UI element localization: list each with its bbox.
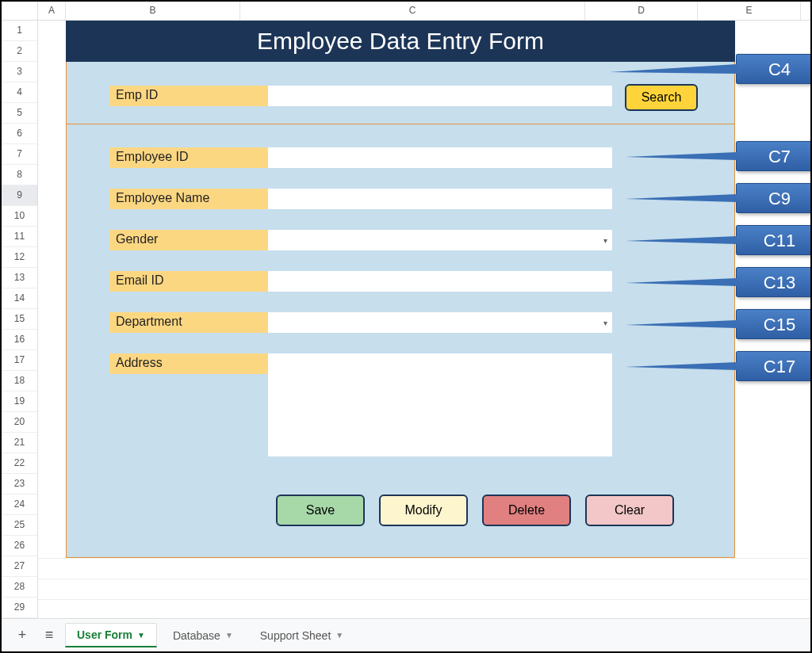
col-header-e[interactable]: E xyxy=(698,2,801,20)
chevron-down-icon[interactable]: ▾ xyxy=(598,312,612,333)
row-header[interactable]: 25 xyxy=(2,515,37,536)
row-header[interactable]: 2 xyxy=(2,41,37,62)
add-sheet-button[interactable]: + xyxy=(11,624,33,647)
row-header[interactable]: 29 xyxy=(2,598,37,618)
sheet-tab-user-form[interactable]: User Form ▼ xyxy=(65,623,157,647)
search-button[interactable]: Search xyxy=(625,84,698,111)
label-emp-id-search: Emp ID xyxy=(109,86,268,106)
row-header[interactable]: 10 xyxy=(2,206,37,227)
select-gender[interactable] xyxy=(268,230,612,250)
callout-c11: C11 xyxy=(736,225,812,255)
row-header[interactable]: 22 xyxy=(2,453,37,474)
callout-c7: C7 xyxy=(736,141,812,171)
row-header[interactable]: 18 xyxy=(2,371,37,391)
sheet-tab-label: User Form xyxy=(77,628,132,641)
row-header[interactable]: 4 xyxy=(2,82,37,103)
row-header[interactable]: 6 xyxy=(2,124,37,144)
callout-c15: C15 xyxy=(736,309,812,339)
save-button[interactable]: Save xyxy=(276,495,365,526)
all-sheets-button[interactable]: ≡ xyxy=(38,624,60,647)
row-header[interactable]: 13 xyxy=(2,268,37,288)
row-header[interactable]: 17 xyxy=(2,350,37,371)
sheet-tab-label: Database xyxy=(173,629,220,642)
row-header[interactable]: 3 xyxy=(2,62,37,82)
label-employee-name: Employee Name xyxy=(109,189,268,209)
chevron-down-icon[interactable]: ▼ xyxy=(335,631,343,640)
chevron-down-icon[interactable]: ▼ xyxy=(225,631,233,640)
row-headers: 1 2 3 4 5 6 7 8 9 10 11 12 13 14 15 16 1… xyxy=(2,21,38,618)
sheet-tab-database[interactable]: Database ▼ xyxy=(162,624,244,647)
input-employee-id[interactable] xyxy=(268,147,612,168)
row-header[interactable]: 28 xyxy=(2,577,37,598)
label-gender: Gender xyxy=(109,230,268,250)
input-employee-name[interactable] xyxy=(268,189,612,209)
callout-c17: C17 xyxy=(736,351,812,381)
delete-button[interactable]: Delete xyxy=(482,495,571,526)
row-header[interactable]: 1 xyxy=(2,21,37,41)
input-address[interactable] xyxy=(268,353,612,456)
row-header[interactable]: 14 xyxy=(2,288,37,309)
col-header-b[interactable]: B xyxy=(66,2,240,20)
select-department[interactable] xyxy=(268,312,612,333)
row-header[interactable]: 5 xyxy=(2,103,37,124)
row-header[interactable]: 7 xyxy=(2,144,37,165)
sheet-tab-label: Support Sheet xyxy=(260,629,331,642)
row-header[interactable]: 19 xyxy=(2,391,37,412)
row-header[interactable]: 8 xyxy=(2,165,37,185)
row-header[interactable]: 9 xyxy=(2,185,37,206)
row-header[interactable]: 16 xyxy=(2,330,37,350)
divider xyxy=(66,124,735,124)
row-header[interactable]: 20 xyxy=(2,412,37,433)
input-email-id[interactable] xyxy=(268,271,612,292)
callout-c13: C13 xyxy=(736,267,812,297)
row-header[interactable]: 11 xyxy=(2,227,37,247)
corner-cell[interactable] xyxy=(2,2,38,20)
label-address: Address xyxy=(109,353,268,374)
action-button-row: Save Modify Delete Clear xyxy=(276,495,674,526)
row-header[interactable]: 26 xyxy=(2,536,37,556)
column-headers: A B C D E xyxy=(2,2,810,21)
row-header[interactable]: 12 xyxy=(2,247,37,268)
row-header[interactable]: 21 xyxy=(2,433,37,453)
sheet-tab-support-sheet[interactable]: Support Sheet ▼ xyxy=(249,624,354,647)
form-title: Employee Data Entry Form xyxy=(66,21,735,62)
col-header-c[interactable]: C xyxy=(240,2,585,20)
label-email-id: Email ID xyxy=(109,271,268,292)
input-emp-id-search[interactable] xyxy=(268,86,612,106)
chevron-down-icon[interactable]: ▼ xyxy=(137,631,145,640)
callout-c4: C4 xyxy=(736,54,812,84)
callout-c9: C9 xyxy=(736,183,812,213)
chevron-down-icon[interactable]: ▾ xyxy=(598,230,612,250)
row-header[interactable]: 27 xyxy=(2,556,37,577)
clear-button[interactable]: Clear xyxy=(585,495,674,526)
col-header-a[interactable]: A xyxy=(38,2,66,20)
sheet-canvas[interactable]: Employee Data Entry Form Emp ID Search E… xyxy=(38,21,810,618)
label-employee-id: Employee ID xyxy=(109,147,268,168)
row-header[interactable]: 15 xyxy=(2,309,37,330)
modify-button[interactable]: Modify xyxy=(379,495,468,526)
label-department: Department xyxy=(109,312,268,333)
sheet-tab-bar: + ≡ User Form ▼ Database ▼ Support Sheet… xyxy=(2,618,810,651)
row-header[interactable]: 24 xyxy=(2,495,37,515)
row-header[interactable]: 23 xyxy=(2,474,37,495)
col-header-d[interactable]: D xyxy=(585,2,698,20)
